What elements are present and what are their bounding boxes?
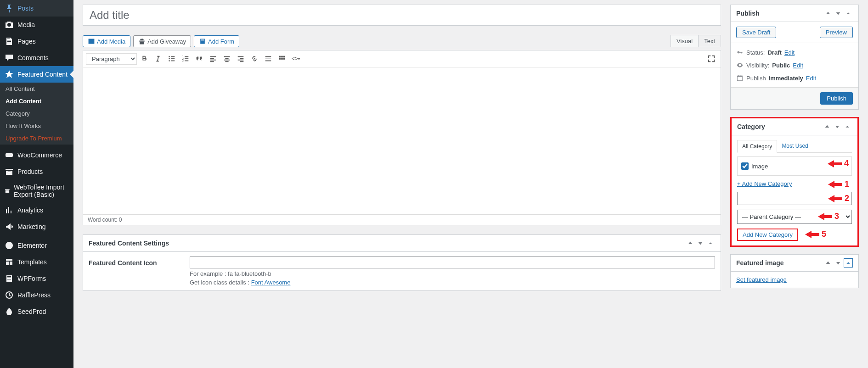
move-down-icon[interactable] [833, 122, 842, 131]
code-button[interactable]: <>▾ [289, 52, 302, 65]
move-down-icon[interactable] [834, 9, 843, 18]
move-up-icon[interactable] [823, 122, 832, 131]
status-edit-link[interactable]: Edit [784, 49, 795, 56]
toggle-icon[interactable] [706, 239, 715, 248]
svg-rect-15 [185, 61, 188, 61]
number-list-button[interactable]: 123 [179, 52, 192, 65]
link-button[interactable] [248, 52, 261, 65]
parent-category-select[interactable]: — Parent Category — [737, 210, 852, 224]
toggle-icon[interactable] [843, 122, 852, 131]
sidebar-item-media[interactable]: Media [0, 17, 73, 33]
panel-title: Featured Content Settings [89, 240, 685, 247]
sidebar-item-templates[interactable]: Templates [0, 254, 73, 270]
save-draft-button[interactable]: Save Draft [736, 27, 776, 38]
sidebar-item-elementor[interactable]: Elementor [0, 237, 73, 254]
sidebar-item-products[interactable]: Products [0, 163, 73, 180]
move-up-icon[interactable] [686, 239, 695, 248]
gift-icon [138, 38, 146, 45]
move-down-icon[interactable] [834, 258, 843, 268]
svg-rect-25 [240, 58, 243, 59]
post-title-input[interactable] [83, 5, 721, 26]
italic-button[interactable] [152, 52, 164, 65]
sidebar-item-webtoffee[interactable]: WebToffee Import Export (Basic) [0, 180, 73, 202]
svg-rect-43 [741, 75, 742, 77]
form-icon [5, 274, 14, 283]
font-awesome-link[interactable]: Font Awesome [251, 279, 291, 286]
move-up-icon[interactable] [823, 258, 833, 268]
add-new-category-link[interactable]: + Add New Category [737, 180, 792, 187]
svg-rect-35 [281, 58, 283, 60]
bold-button[interactable] [138, 52, 151, 65]
new-category-input[interactable] [737, 192, 852, 205]
submenu-upgrade[interactable]: Upgrade To Premium [0, 132, 73, 145]
submenu-all-content[interactable]: All Content [0, 83, 73, 95]
sidebar-item-marketing[interactable]: Marketing [0, 218, 73, 235]
add-form-button[interactable]: Add Form [194, 35, 239, 47]
editor-tab-visual[interactable]: Visual [671, 35, 699, 47]
toggle-icon[interactable] [844, 258, 853, 268]
toolbar-toggle-button[interactable] [276, 52, 288, 65]
sidebar-item-wpforms[interactable]: WPForms [0, 270, 73, 287]
visibility-edit-link[interactable]: Edit [793, 62, 803, 69]
publish-edit-link[interactable]: Edit [806, 75, 816, 82]
category-item-label: Image [751, 163, 768, 170]
svg-rect-13 [185, 56, 188, 57]
preview-button[interactable]: Preview [820, 27, 853, 38]
sidebar-item-comments[interactable]: Comments [0, 50, 73, 66]
add-media-button[interactable]: Add Media [83, 35, 130, 47]
svg-rect-29 [265, 58, 271, 59]
content-editor: Paragraph 123 <>▾ Word [83, 50, 721, 225]
chart-icon [5, 206, 14, 215]
sidebar-label: Elementor [17, 242, 47, 249]
svg-rect-14 [185, 58, 188, 59]
fullscreen-button[interactable] [705, 52, 718, 65]
star-icon [5, 70, 14, 79]
sidebar-item-seedprod[interactable]: SeedProd [0, 303, 73, 320]
submenu-how-it-works[interactable]: How It Works [0, 120, 73, 132]
align-right-button[interactable] [234, 52, 247, 65]
category-panel: Category All Category Most Used Image [730, 117, 859, 247]
editor-tab-text[interactable]: Text [698, 35, 721, 47]
sidebar-item-pages[interactable]: Pages [0, 33, 73, 50]
sidebar-item-posts[interactable]: Posts [0, 0, 73, 17]
align-center-button[interactable] [220, 52, 233, 65]
form-icon [199, 38, 206, 45]
more-button[interactable] [262, 52, 275, 65]
submenu-category[interactable]: Category [0, 107, 73, 120]
svg-rect-28 [265, 56, 271, 57]
set-featured-image-link[interactable]: Set featured image [736, 276, 787, 283]
publish-button[interactable]: Publish [820, 92, 853, 105]
align-left-button[interactable] [207, 52, 220, 65]
button-label: Add Media [97, 38, 125, 45]
sidebar-item-analytics[interactable]: Analytics [0, 202, 73, 218]
toggle-icon[interactable] [844, 9, 853, 18]
sidebar-label: Comments [17, 54, 49, 61]
megaphone-icon [5, 222, 14, 231]
category-item[interactable]: Image [741, 161, 848, 172]
move-up-icon[interactable] [823, 9, 833, 18]
quote-button[interactable] [193, 52, 206, 65]
editor-content-area[interactable] [83, 67, 721, 214]
fc-icon-input[interactable] [190, 256, 715, 268]
visibility-label: Visibility: [746, 62, 769, 69]
add-giveaway-button[interactable]: Add Giveaway [133, 35, 191, 47]
fc-hint-example: For example : fa fa-bluetooth-b [190, 270, 715, 277]
submenu-add-content[interactable]: Add Content [0, 95, 73, 107]
sidebar-item-woocommerce[interactable]: WooCommerce [0, 147, 73, 163]
sidebar-item-rafflepress[interactable]: RafflePress [0, 287, 73, 303]
archive-icon [5, 167, 14, 176]
svg-rect-17 [210, 58, 214, 59]
add-new-category-button[interactable]: Add New Category [737, 229, 798, 241]
format-select[interactable]: Paragraph [86, 53, 137, 65]
bullet-list-button[interactable] [165, 52, 178, 65]
category-tab-most-used[interactable]: Most Used [777, 140, 812, 152]
svg-rect-36 [283, 58, 285, 60]
key-icon [736, 49, 744, 56]
category-tab-all[interactable]: All Category [737, 140, 777, 153]
sidebar-item-featured-content[interactable]: Featured Content [0, 66, 73, 83]
category-checkbox[interactable] [741, 162, 749, 170]
move-down-icon[interactable] [696, 239, 705, 248]
featured-content-settings-panel: Featured Content Settings Featured Conte… [83, 234, 721, 291]
elementor-icon [5, 241, 14, 250]
panel-title: Category [737, 123, 822, 130]
